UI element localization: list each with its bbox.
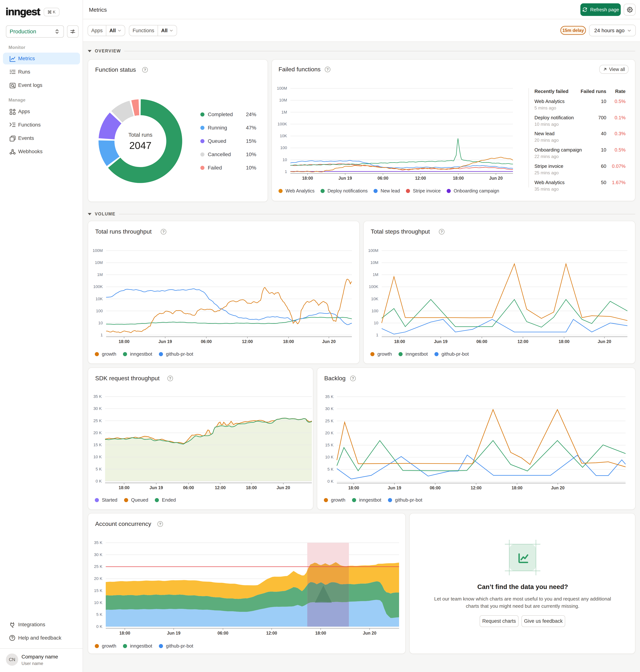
svg-text:12:00: 12:00	[266, 631, 277, 635]
svg-text:100: 100	[372, 309, 378, 313]
svg-text:30 K: 30 K	[325, 406, 334, 411]
svg-text:10M: 10M	[95, 260, 103, 265]
svg-text:Jun 20: Jun 20	[598, 339, 611, 344]
svg-text:18:00: 18:00	[394, 339, 405, 344]
svg-text:0 K: 0 K	[96, 479, 102, 484]
svg-text:10: 10	[282, 157, 287, 162]
svg-text:10: 10	[98, 320, 103, 325]
svg-text:30 K: 30 K	[94, 552, 103, 557]
svg-text:10 K: 10 K	[325, 455, 334, 459]
svg-text:06:00: 06:00	[201, 339, 212, 344]
svg-text:06:00: 06:00	[477, 339, 488, 344]
svg-text:06:00: 06:00	[378, 176, 389, 181]
svg-text:18:00: 18:00	[559, 339, 570, 344]
svg-text:1: 1	[285, 169, 287, 174]
svg-text:18:00: 18:00	[348, 485, 359, 490]
svg-text:10 K: 10 K	[93, 455, 102, 459]
svg-text:18:00: 18:00	[453, 176, 464, 181]
svg-text:20 K: 20 K	[325, 431, 334, 435]
svg-text:12:00: 12:00	[518, 339, 528, 344]
svg-text:1: 1	[376, 333, 378, 337]
svg-text:06:00: 06:00	[430, 485, 441, 490]
svg-text:18:00: 18:00	[315, 631, 326, 635]
svg-text:100M: 100M	[92, 248, 103, 253]
svg-text:Jun 20: Jun 20	[363, 631, 377, 635]
svg-text:1M: 1M	[97, 272, 103, 277]
svg-text:12:00: 12:00	[415, 176, 426, 181]
svg-text:18:00: 18:00	[246, 485, 257, 490]
svg-text:Jun 19: Jun 19	[159, 339, 172, 344]
svg-text:10K: 10K	[96, 297, 103, 301]
svg-text:20 K: 20 K	[94, 576, 103, 581]
svg-text:10K: 10K	[371, 297, 378, 301]
svg-text:25 K: 25 K	[325, 419, 334, 423]
svg-text:100K: 100K	[369, 284, 379, 289]
svg-text:5 K: 5 K	[96, 467, 102, 471]
svg-text:Jun 19: Jun 19	[338, 176, 352, 181]
svg-text:2047: 2047	[129, 140, 151, 151]
svg-text:Jun 20: Jun 20	[489, 176, 503, 181]
svg-text:100M: 100M	[277, 86, 287, 90]
svg-text:1M: 1M	[373, 272, 378, 277]
svg-text:12:00: 12:00	[242, 339, 253, 344]
svg-text:18:00: 18:00	[119, 339, 130, 344]
svg-text:0 K: 0 K	[328, 479, 334, 484]
svg-text:15 K: 15 K	[325, 443, 334, 447]
svg-text:25 K: 25 K	[94, 564, 103, 569]
svg-text:35 K: 35 K	[94, 540, 103, 545]
svg-text:5 K: 5 K	[96, 612, 102, 617]
svg-text:1: 1	[101, 333, 103, 337]
svg-text:18:00: 18:00	[512, 485, 523, 490]
svg-text:10M: 10M	[370, 260, 378, 265]
svg-text:10K: 10K	[280, 133, 287, 138]
svg-text:20 K: 20 K	[93, 430, 102, 435]
svg-text:18:00: 18:00	[302, 176, 313, 181]
svg-text:100K: 100K	[278, 122, 287, 126]
svg-text:12:00: 12:00	[471, 485, 482, 490]
svg-text:18:00: 18:00	[119, 631, 130, 635]
svg-text:15 K: 15 K	[93, 443, 102, 447]
svg-text:10: 10	[374, 320, 378, 325]
svg-text:Jun 20: Jun 20	[322, 339, 336, 344]
svg-text:18:00: 18:00	[283, 339, 294, 344]
svg-text:Jun 19: Jun 19	[434, 339, 448, 344]
svg-text:30 K: 30 K	[93, 406, 102, 411]
svg-text:35 K: 35 K	[93, 394, 102, 399]
svg-text:25 K: 25 K	[93, 418, 102, 423]
svg-text:10M: 10M	[279, 98, 287, 102]
svg-text:12:00: 12:00	[215, 485, 226, 490]
svg-text:100: 100	[96, 309, 103, 313]
svg-text:Total runs: Total runs	[128, 132, 152, 138]
svg-text:Jun 20: Jun 20	[277, 485, 290, 490]
svg-text:100: 100	[280, 145, 287, 150]
svg-text:Jun 19: Jun 19	[388, 485, 401, 490]
svg-text:100K: 100K	[93, 284, 103, 289]
svg-text:100M: 100M	[368, 248, 378, 253]
svg-text:18:00: 18:00	[119, 485, 130, 490]
svg-text:15 K: 15 K	[94, 588, 103, 593]
svg-text:06:00: 06:00	[218, 631, 229, 635]
svg-text:0 K: 0 K	[96, 624, 102, 629]
svg-text:06:00: 06:00	[183, 485, 194, 490]
svg-text:Jun 19: Jun 19	[167, 631, 180, 635]
svg-text:Jun 19: Jun 19	[149, 485, 163, 490]
svg-text:35 K: 35 K	[325, 394, 334, 399]
svg-text:10 K: 10 K	[94, 600, 103, 605]
svg-text:5 K: 5 K	[328, 467, 334, 472]
svg-text:Jun 20: Jun 20	[551, 485, 565, 490]
svg-text:1M: 1M	[281, 110, 287, 114]
